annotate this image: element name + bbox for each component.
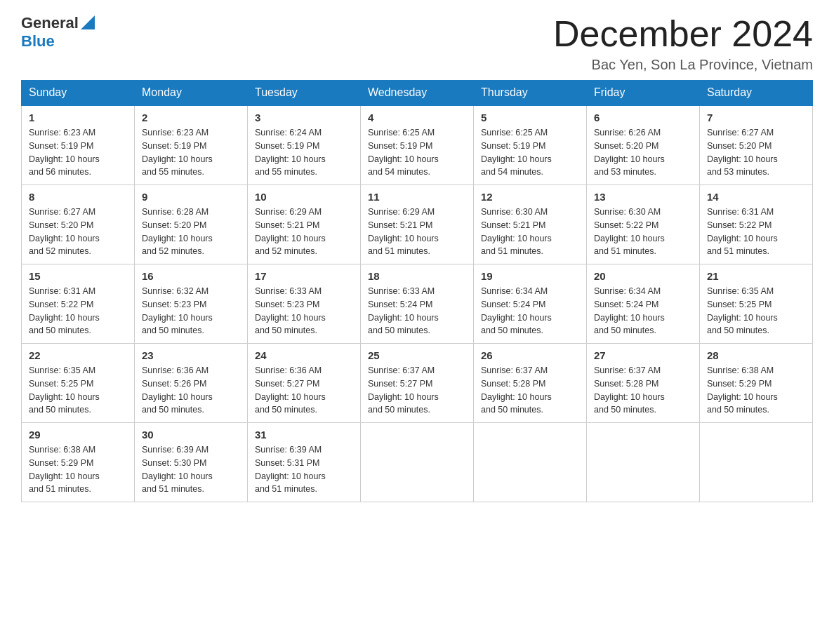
header-monday: Monday [135,81,248,106]
day-info: Sunrise: 6:25 AM Sunset: 5:19 PM Dayligh… [481,126,579,179]
day-cell: 20 Sunrise: 6:34 AM Sunset: 5:24 PM Dayl… [587,264,700,344]
day-info: Sunrise: 6:38 AM Sunset: 5:29 PM Dayligh… [707,364,805,417]
day-cell: 16 Sunrise: 6:32 AM Sunset: 5:23 PM Dayl… [135,264,248,344]
header-saturday: Saturday [700,81,813,106]
day-cell: 10 Sunrise: 6:29 AM Sunset: 5:21 PM Dayl… [248,185,361,264]
header-sunday: Sunday [22,81,135,106]
day-info: Sunrise: 6:23 AM Sunset: 5:19 PM Dayligh… [142,126,240,179]
day-number: 5 [481,112,579,123]
week-row-3: 15 Sunrise: 6:31 AM Sunset: 5:22 PM Dayl… [22,264,813,344]
day-info: Sunrise: 6:36 AM Sunset: 5:27 PM Dayligh… [255,364,353,417]
day-info: Sunrise: 6:30 AM Sunset: 5:22 PM Dayligh… [594,206,692,258]
title-area: December 2024 Bac Yen, Son La Province, … [553,14,813,73]
day-cell: 4 Sunrise: 6:25 AM Sunset: 5:19 PM Dayli… [361,105,474,185]
day-number: 18 [368,270,466,282]
week-row-2: 8 Sunrise: 6:27 AM Sunset: 5:20 PM Dayli… [22,185,813,264]
header-friday: Friday [587,81,700,106]
day-cell: 8 Sunrise: 6:27 AM Sunset: 5:20 PM Dayli… [22,185,135,264]
logo-triangle-icon [81,15,95,29]
day-cell: 15 Sunrise: 6:31 AM Sunset: 5:22 PM Dayl… [22,264,135,344]
day-info: Sunrise: 6:33 AM Sunset: 5:23 PM Dayligh… [255,285,353,337]
day-info: Sunrise: 6:24 AM Sunset: 5:19 PM Dayligh… [255,126,353,179]
day-number: 30 [142,429,240,441]
header-wednesday: Wednesday [361,81,474,106]
day-number: 25 [368,349,466,361]
day-cell: 25 Sunrise: 6:37 AM Sunset: 5:27 PM Dayl… [361,344,474,423]
logo: General Blue [21,14,95,51]
header-tuesday: Tuesday [248,81,361,106]
day-number: 31 [255,429,353,441]
day-info: Sunrise: 6:33 AM Sunset: 5:24 PM Dayligh… [368,285,466,337]
day-cell: 1 Sunrise: 6:23 AM Sunset: 5:19 PM Dayli… [22,105,135,185]
day-info: Sunrise: 6:34 AM Sunset: 5:24 PM Dayligh… [481,285,579,337]
day-info: Sunrise: 6:37 AM Sunset: 5:28 PM Dayligh… [594,364,692,417]
day-cell: 5 Sunrise: 6:25 AM Sunset: 5:19 PM Dayli… [474,105,587,185]
day-number: 8 [29,191,127,203]
header-thursday: Thursday [474,81,587,106]
location: Bac Yen, Son La Province, Vietnam [553,57,813,73]
day-info: Sunrise: 6:39 AM Sunset: 5:30 PM Dayligh… [142,443,240,496]
day-number: 20 [594,270,692,282]
day-cell: 3 Sunrise: 6:24 AM Sunset: 5:19 PM Dayli… [248,105,361,185]
day-number: 12 [481,191,579,203]
day-number: 22 [29,349,127,361]
day-cell: 29 Sunrise: 6:38 AM Sunset: 5:29 PM Dayl… [22,423,135,502]
day-number: 24 [255,349,353,361]
day-info: Sunrise: 6:30 AM Sunset: 5:21 PM Dayligh… [481,206,579,258]
day-info: Sunrise: 6:29 AM Sunset: 5:21 PM Dayligh… [255,206,353,258]
day-number: 4 [368,112,466,123]
day-number: 11 [368,191,466,203]
day-cell [587,423,700,502]
day-cell: 22 Sunrise: 6:35 AM Sunset: 5:25 PM Dayl… [22,344,135,423]
day-cell: 21 Sunrise: 6:35 AM Sunset: 5:25 PM Dayl… [700,264,813,344]
day-info: Sunrise: 6:34 AM Sunset: 5:24 PM Dayligh… [594,285,692,337]
day-info: Sunrise: 6:36 AM Sunset: 5:26 PM Dayligh… [142,364,240,417]
day-cell: 9 Sunrise: 6:28 AM Sunset: 5:20 PM Dayli… [135,185,248,264]
day-cell: 31 Sunrise: 6:39 AM Sunset: 5:31 PM Dayl… [248,423,361,502]
logo-general: General [21,14,79,32]
week-row-1: 1 Sunrise: 6:23 AM Sunset: 5:19 PM Dayli… [22,105,813,185]
day-number: 17 [255,270,353,282]
day-info: Sunrise: 6:35 AM Sunset: 5:25 PM Dayligh… [29,364,127,417]
week-row-4: 22 Sunrise: 6:35 AM Sunset: 5:25 PM Dayl… [22,344,813,423]
day-number: 9 [142,191,240,203]
day-info: Sunrise: 6:31 AM Sunset: 5:22 PM Dayligh… [707,206,805,258]
day-info: Sunrise: 6:26 AM Sunset: 5:20 PM Dayligh… [594,126,692,179]
page-header: General Blue December 2024 Bac Yen, Son … [21,14,813,73]
day-number: 10 [255,191,353,203]
day-info: Sunrise: 6:29 AM Sunset: 5:21 PM Dayligh… [368,206,466,258]
day-cell [361,423,474,502]
month-title: December 2024 [553,14,813,54]
day-number: 29 [29,429,127,441]
day-cell [700,423,813,502]
day-cell: 18 Sunrise: 6:33 AM Sunset: 5:24 PM Dayl… [361,264,474,344]
day-cell: 24 Sunrise: 6:36 AM Sunset: 5:27 PM Dayl… [248,344,361,423]
day-info: Sunrise: 6:27 AM Sunset: 5:20 PM Dayligh… [29,206,127,258]
day-info: Sunrise: 6:37 AM Sunset: 5:28 PM Dayligh… [481,364,579,417]
day-number: 26 [481,349,579,361]
day-number: 16 [142,270,240,282]
day-cell: 11 Sunrise: 6:29 AM Sunset: 5:21 PM Dayl… [361,185,474,264]
calendar-header-row: SundayMondayTuesdayWednesdayThursdayFrid… [22,81,813,106]
day-info: Sunrise: 6:38 AM Sunset: 5:29 PM Dayligh… [29,443,127,496]
logo-blue: Blue [21,32,55,51]
day-cell: 30 Sunrise: 6:39 AM Sunset: 5:30 PM Dayl… [135,423,248,502]
day-number: 27 [594,349,692,361]
day-info: Sunrise: 6:31 AM Sunset: 5:22 PM Dayligh… [29,285,127,337]
calendar-table: SundayMondayTuesdayWednesdayThursdayFrid… [21,80,813,502]
day-number: 7 [707,112,805,123]
day-cell: 27 Sunrise: 6:37 AM Sunset: 5:28 PM Dayl… [587,344,700,423]
day-cell: 19 Sunrise: 6:34 AM Sunset: 5:24 PM Dayl… [474,264,587,344]
day-number: 13 [594,191,692,203]
day-number: 23 [142,349,240,361]
day-number: 1 [29,112,127,123]
day-info: Sunrise: 6:35 AM Sunset: 5:25 PM Dayligh… [707,285,805,337]
day-cell: 23 Sunrise: 6:36 AM Sunset: 5:26 PM Dayl… [135,344,248,423]
day-info: Sunrise: 6:37 AM Sunset: 5:27 PM Dayligh… [368,364,466,417]
day-info: Sunrise: 6:28 AM Sunset: 5:20 PM Dayligh… [142,206,240,258]
day-info: Sunrise: 6:39 AM Sunset: 5:31 PM Dayligh… [255,443,353,496]
day-cell: 14 Sunrise: 6:31 AM Sunset: 5:22 PM Dayl… [700,185,813,264]
day-number: 3 [255,112,353,123]
day-number: 19 [481,270,579,282]
day-info: Sunrise: 6:32 AM Sunset: 5:23 PM Dayligh… [142,285,240,337]
